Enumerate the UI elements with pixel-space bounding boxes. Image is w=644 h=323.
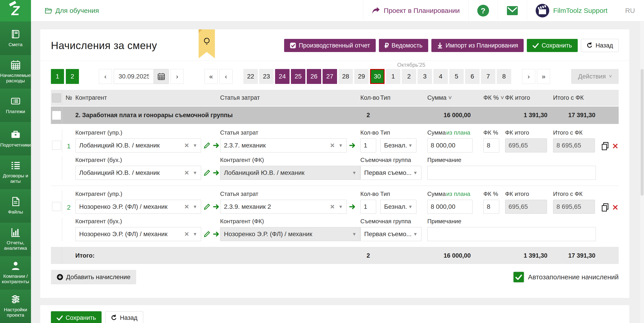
sheet-button[interactable]: ₽ Ведомость (379, 39, 428, 52)
contractor-mgmt-select[interactable]: Лобаницкий Ю.В. / механик ✕▼ (75, 138, 201, 152)
project-name-link[interactable]: Для обучения (45, 7, 99, 14)
day-button[interactable]: 3 (418, 69, 432, 84)
shift-1-button[interactable]: 1 (51, 69, 64, 84)
from-plan-link[interactable]: из плана (446, 190, 472, 198)
contractor-mgmt-select[interactable]: Нозоренко Э.Р. (ФЛ) / механик ✕▼ (75, 200, 201, 214)
day-button[interactable]: 6 (465, 69, 480, 84)
delete-row-button[interactable]: ✕ (612, 204, 619, 211)
day-button-current[interactable]: 30 (370, 69, 384, 84)
clear-icon[interactable]: ✕ (330, 203, 335, 210)
goto-article-icon[interactable] (349, 142, 356, 148)
app-logo[interactable]: Z (0, 0, 31, 22)
clear-icon[interactable]: ✕ (184, 142, 189, 149)
col-sum[interactable]: Сумма˅ (427, 94, 484, 101)
back-button-top[interactable]: Назад (581, 39, 619, 52)
autofill-checkbox[interactable] (514, 272, 524, 282)
qty-input[interactable] (360, 200, 376, 214)
article-select[interactable]: 2.3.9. механик 2 ✕▼ (220, 200, 347, 214)
contractor-acc-select[interactable]: Нозоренко Э.Р. (ФЛ) / механик ✕▼ (75, 227, 201, 241)
edit-contractor-icon[interactable] (203, 142, 210, 149)
row-checkbox[interactable] (52, 202, 61, 211)
back-button-bottom[interactable]: Назад (105, 311, 143, 323)
day-button[interactable]: 23 (259, 69, 274, 84)
goto-contractor-icon[interactable] (213, 170, 220, 176)
note-input[interactable] (427, 227, 596, 241)
date-input[interactable] (114, 69, 154, 84)
day-button[interactable]: 22 (244, 69, 258, 84)
group-checkbox[interactable] (52, 111, 61, 120)
goto-article-icon[interactable] (349, 204, 356, 210)
day-button[interactable]: 29 (354, 69, 369, 84)
day-button[interactable]: 1 (386, 69, 400, 84)
sidebar-item-payments[interactable]: Платежи (0, 88, 31, 122)
delete-row-button[interactable]: ✕ (612, 142, 619, 150)
row-checkbox[interactable] (52, 141, 61, 150)
sidebar-item-contracts[interactable]: Договоры и акты (0, 156, 31, 189)
day-button[interactable]: 28 (338, 69, 353, 84)
sidebar-item-reports[interactable]: Отчеты, аналитика (0, 222, 31, 256)
day-button[interactable]: 7 (481, 69, 496, 84)
day-button-shooting[interactable]: 27 (322, 69, 337, 84)
note-input[interactable] (427, 166, 596, 180)
from-plan-link[interactable]: из плана (446, 129, 472, 136)
crew-select[interactable]: Первая съемо...▼ (360, 166, 422, 180)
production-report-button[interactable]: Производственный отчет (284, 39, 376, 52)
select-all-checkbox[interactable] (52, 94, 61, 102)
sidebar-item-project-settings[interactable]: Настройки проекта (0, 290, 31, 323)
last-page-button[interactable]: » (537, 69, 550, 84)
edit-contractor-icon[interactable] (203, 169, 210, 176)
next-page-button[interactable]: › (522, 69, 535, 84)
fk-input[interactable] (484, 138, 499, 152)
clear-icon[interactable]: ✕ (330, 142, 335, 149)
edit-contractor-icon[interactable] (203, 203, 210, 210)
clear-icon[interactable]: ✕ (184, 203, 189, 210)
add-accrual-button[interactable]: Добавить начисление (51, 270, 136, 284)
day-button[interactable]: 2 (402, 69, 416, 84)
mail-icon[interactable] (506, 6, 518, 16)
day-button[interactable]: 5 (449, 69, 464, 84)
article-select[interactable]: 2.3.7. механик ✕▼ (220, 138, 347, 152)
sidebar-item-accrued-expenses[interactable]: Начисляемые расходы (0, 55, 31, 88)
actions-dropdown[interactable]: Действия ˅ (571, 69, 619, 84)
language-switch[interactable]: RU (616, 0, 644, 22)
type-select[interactable]: Безнал.▼ (380, 138, 416, 152)
day-button-shooting[interactable]: 25 (291, 69, 305, 84)
next-date-button[interactable]: › (170, 69, 184, 84)
first-page-button[interactable]: « (204, 69, 218, 84)
goto-contractor-icon[interactable] (213, 142, 220, 148)
sidebar-item-files[interactable]: Файлы (0, 189, 31, 222)
save-button-bottom[interactable]: Сохранить (51, 311, 102, 323)
day-button[interactable]: 4 (434, 69, 448, 84)
prev-page-button[interactable]: ‹ (220, 69, 232, 84)
save-button-top[interactable]: Сохранить (527, 39, 578, 52)
sidebar-item-accountables[interactable]: Подотчетники (0, 122, 31, 156)
fk-input[interactable] (484, 200, 499, 214)
type-select[interactable]: Безнал.▼ (380, 200, 416, 214)
sum-input[interactable] (427, 200, 472, 214)
shift-2-button[interactable]: 2 (66, 69, 79, 84)
calendar-icon[interactable] (154, 69, 168, 84)
help-icon[interactable]: ? (477, 5, 489, 16)
clear-icon[interactable]: ✕ (184, 170, 189, 176)
scrollbar-thumb[interactable] (640, 69, 644, 196)
hint-bookmark[interactable] (198, 30, 215, 58)
day-button[interactable]: 8 (497, 69, 511, 84)
sidebar-item-companies[interactable]: Компании / контрагенты (0, 256, 31, 290)
day-button-shooting[interactable]: 24 (275, 69, 290, 84)
copy-row-button[interactable] (601, 142, 609, 150)
clear-icon[interactable]: ✕ (184, 231, 189, 238)
sidebar-item-smeta[interactable]: Смета (0, 22, 31, 55)
planning-project-link[interactable]: Проект в Планировании (372, 7, 460, 14)
qty-input[interactable] (360, 138, 376, 152)
prev-date-button[interactable]: ‹ (99, 69, 112, 84)
edit-contractor-icon[interactable] (203, 230, 210, 238)
col-fk[interactable]: ФК %˅ (484, 94, 505, 101)
goto-contractor-icon[interactable] (213, 231, 220, 237)
copy-row-button[interactable] (601, 203, 609, 212)
import-from-planning-button[interactable]: Импорт из Планирования (431, 39, 524, 52)
support-account[interactable]: FilmToolz Support (536, 4, 608, 18)
sum-input[interactable] (427, 138, 472, 152)
goto-contractor-icon[interactable] (213, 204, 220, 210)
contractor-acc-select[interactable]: Лобаницкий Ю.В. / механик ✕▼ (75, 166, 201, 180)
crew-select[interactable]: Первая съемо...▼ (360, 227, 422, 241)
